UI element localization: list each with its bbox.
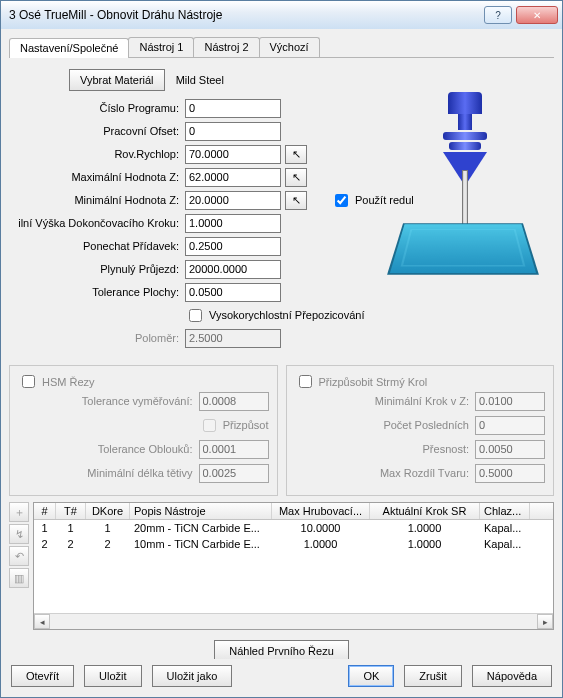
use-redul-input[interactable] [335, 194, 348, 207]
hsm-cuts-input[interactable] [22, 375, 35, 388]
label-surf-tol: Tolerance Plochy: [13, 286, 185, 298]
settings-panel: Vybrat Materiál Mild Steel Číslo Program… [9, 64, 554, 355]
col-maxr[interactable]: Max Hrubovací... [272, 503, 370, 519]
group-hsm: HSM Řezy Tolerance vyměřování: Přizpůsot… [9, 365, 278, 496]
steep-checkbox[interactable]: Přizpůsobit Strmý Krol [295, 372, 546, 391]
tool-grid[interactable]: # T# DKore Popis Nástroje Max Hrubovací.… [33, 502, 554, 630]
tab-strip: Nastavení/Společné Nástroj 1 Nástroj 2 V… [9, 37, 554, 58]
col-cool[interactable]: Chlaz... [480, 503, 530, 519]
label-finish-step: ilní Výška Dokončovacího Kroku: [13, 217, 185, 229]
grid-side-buttons: ＋ ↯ ↶ ▥ [9, 502, 29, 630]
grid-hscroll[interactable]: ◂▸ [34, 613, 553, 629]
help-icon[interactable]: ? [484, 6, 512, 24]
move-down-icon[interactable]: ▥ [9, 568, 29, 588]
input-finish-step[interactable] [185, 214, 281, 233]
input-rapid-plane[interactable] [185, 145, 281, 164]
col-n[interactable]: # [34, 503, 56, 519]
input-program-no[interactable] [185, 99, 281, 118]
label-program-no: Číslo Programu: [13, 102, 185, 114]
input-arc-tol [199, 440, 269, 459]
input-accuracy [475, 440, 545, 459]
group-steep: Přizpůsobit Strmý Krol Minimální Krok v … [286, 365, 555, 496]
input-radius [185, 329, 281, 348]
input-min-z[interactable] [185, 191, 281, 210]
adapt-checkbox: Přizpůsot [199, 416, 269, 435]
add-row-icon[interactable]: ＋ [9, 502, 29, 522]
input-tol-meas [199, 392, 269, 411]
input-last-count [475, 416, 545, 435]
scroll-right-icon[interactable]: ▸ [537, 614, 553, 629]
remove-row-icon[interactable]: ↯ [9, 524, 29, 544]
tab-tool2[interactable]: Nástroj 2 [193, 37, 259, 57]
label-min-z: Minimální Hodnota Z: [13, 194, 185, 206]
label-min-chord: Minimální délka tětivy [18, 467, 199, 479]
dialog-footer: Otevřít Uložit Uložit jako OK Zrušit Náp… [1, 659, 562, 697]
adapt-input [203, 419, 216, 432]
close-icon[interactable]: ✕ [516, 6, 558, 24]
open-button[interactable]: Otevřít [11, 665, 74, 687]
ok-button[interactable]: OK [348, 665, 394, 687]
client-area: Nastavení/Společné Nástroj 1 Nástroj 2 V… [1, 29, 562, 659]
label-leave-allow: Ponechat Přídavek: [13, 240, 185, 252]
save-as-button[interactable]: Uložit jako [152, 665, 233, 687]
label-min-step-z: Minimální Krok v Z: [295, 395, 476, 407]
label-rapid-plane: Rov.Rychlop: [13, 148, 185, 160]
hsm-cuts-label: HSM Řezy [42, 376, 95, 388]
grid-header: # T# DKore Popis Nástroje Max Hrubovací.… [34, 503, 553, 520]
preview-first-cut-button[interactable]: Náhled Prvního Řezu [214, 640, 349, 659]
input-max-shape [475, 464, 545, 483]
hsm-cuts-checkbox[interactable]: HSM Řezy [18, 372, 269, 391]
titlebar: 3 Osé TrueMill - Obnovit Dráhu Nástroje … [1, 1, 562, 29]
input-surf-tol[interactable] [185, 283, 281, 302]
label-last-count: Počet Posledních [295, 419, 476, 431]
adapt-label: Přizpůsot [223, 419, 269, 431]
table-row[interactable]: 2 2 2 10mm - TiCN Carbide E... 1.0000 1.… [34, 536, 553, 552]
move-up-icon[interactable]: ↶ [9, 546, 29, 566]
label-accuracy: Přesnost: [295, 443, 476, 455]
label-max-z: Maximální Hodnota Z: [13, 171, 185, 183]
tab-tool1[interactable]: Nástroj 1 [128, 37, 194, 57]
label-tol-meas: Tolerance vyměřování: [18, 395, 199, 407]
window-buttons: ? ✕ [484, 6, 558, 24]
tool-grid-area: ＋ ↯ ↶ ▥ # T# DKore Popis Nástroje Max Hr… [9, 502, 554, 630]
col-d[interactable]: DKore [86, 503, 130, 519]
select-material-button[interactable]: Vybrat Materiál [69, 69, 165, 91]
input-smooth-pass[interactable] [185, 260, 281, 279]
label-work-offset: Pracovní Ofset: [13, 125, 185, 137]
pick-maxz-icon[interactable]: ↖ [285, 168, 307, 187]
label-max-shape: Max Rozdíl Tvaru: [295, 467, 476, 479]
tab-common[interactable]: Nastavení/Společné [9, 38, 129, 58]
input-leave-allow[interactable] [185, 237, 281, 256]
hsm-repos-checkbox[interactable]: Vysokorychlostní Přepozicování [185, 306, 365, 325]
pick-rapid-icon[interactable]: ↖ [285, 145, 307, 164]
table-row[interactable]: 1 1 1 20mm - TiCN Carbide E... 10.0000 1… [34, 520, 553, 536]
help-button[interactable]: Nápověda [472, 665, 552, 687]
input-min-step-z [475, 392, 545, 411]
cancel-button[interactable]: Zrušit [404, 665, 462, 687]
steep-input[interactable] [299, 375, 312, 388]
dialog-window: 3 Osé TrueMill - Obnovit Dráhu Nástroje … [0, 0, 563, 698]
option-groups: HSM Řezy Tolerance vyměřování: Přizpůsot… [9, 361, 554, 496]
steep-label: Přizpůsobit Strmý Krol [319, 376, 428, 388]
material-name: Mild Steel [176, 74, 224, 86]
col-step[interactable]: Aktuální Krok SR [370, 503, 480, 519]
label-radius: Poloměr: [13, 332, 185, 344]
save-button[interactable]: Uložit [84, 665, 142, 687]
window-title: 3 Osé TrueMill - Obnovit Dráhu Nástroje [9, 8, 484, 22]
tool-illustration [378, 84, 548, 294]
label-arc-tol: Tolerance Oblouků: [18, 443, 199, 455]
scroll-left-icon[interactable]: ◂ [34, 614, 50, 629]
col-t[interactable]: T# [56, 503, 86, 519]
hsm-repos-label: Vysokorychlostní Přepozicování [209, 309, 365, 321]
grid-body: 1 1 1 20mm - TiCN Carbide E... 10.0000 1… [34, 520, 553, 613]
tab-defaults[interactable]: Výchozí [259, 37, 320, 57]
pick-minz-icon[interactable]: ↖ [285, 191, 307, 210]
label-smooth-pass: Plynulý Průjezd: [13, 263, 185, 275]
input-work-offset[interactable] [185, 122, 281, 141]
input-min-chord [199, 464, 269, 483]
hsm-repos-input[interactable] [189, 309, 202, 322]
col-desc[interactable]: Popis Nástroje [130, 503, 272, 519]
input-max-z[interactable] [185, 168, 281, 187]
